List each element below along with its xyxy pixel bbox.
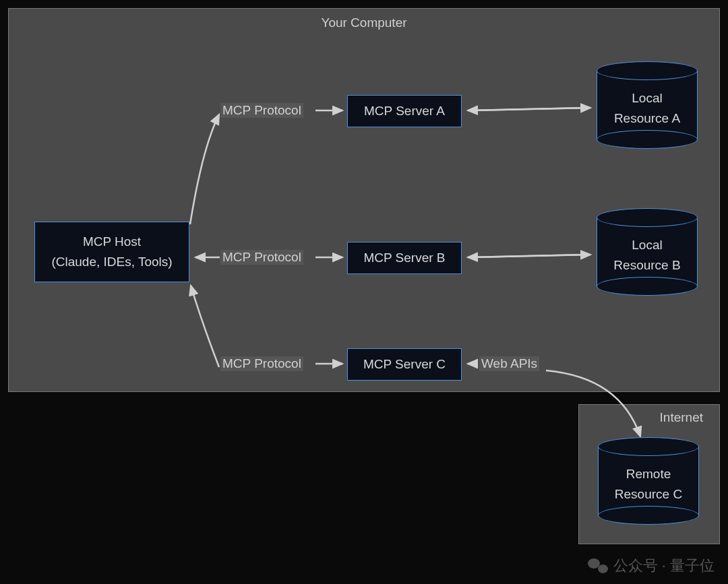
resource-b-line1: Local	[597, 235, 698, 255]
resource-a-line1: Local	[597, 88, 698, 108]
resource-c-line2: Resource C	[598, 484, 699, 505]
mcp-server-c-box: MCP Server C	[347, 348, 462, 381]
wechat-icon	[588, 557, 608, 575]
mcp-host-box: MCP Host (Claude, IDEs, Tools)	[34, 222, 189, 282]
resource-a-line2: Resource A	[597, 108, 698, 129]
resource-b-line2: Resource B	[597, 255, 698, 275]
watermark-text: 公众号 · 量子位	[613, 556, 715, 576]
mcp-server-a-box: MCP Server A	[347, 95, 462, 127]
internet-container: Internet Remote Resource C	[578, 404, 720, 544]
host-line2: (Claude, IDEs, Tools)	[51, 252, 172, 272]
edge-label-protocol-c: MCP Protocol	[220, 356, 303, 371]
mcp-server-b-box: MCP Server B	[347, 242, 462, 274]
resource-c-line1: Remote	[598, 464, 699, 484]
container-title: Your Computer	[321, 15, 406, 30]
internet-title: Internet	[660, 410, 703, 425]
local-resource-b-cylinder: Local Resource B	[597, 208, 698, 296]
edge-label-webapis: Web APIs	[479, 356, 539, 371]
edge-label-protocol-a: MCP Protocol	[220, 103, 303, 118]
local-resource-a-cylinder: Local Resource A	[597, 61, 698, 149]
your-computer-container: Your Computer MCP Host (Claude, IDEs, To…	[8, 8, 720, 392]
host-line1: MCP Host	[83, 232, 141, 252]
remote-resource-c-cylinder: Remote Resource C	[598, 437, 699, 525]
watermark: 公众号 · 量子位	[588, 556, 715, 576]
edge-label-protocol-b: MCP Protocol	[220, 250, 303, 265]
